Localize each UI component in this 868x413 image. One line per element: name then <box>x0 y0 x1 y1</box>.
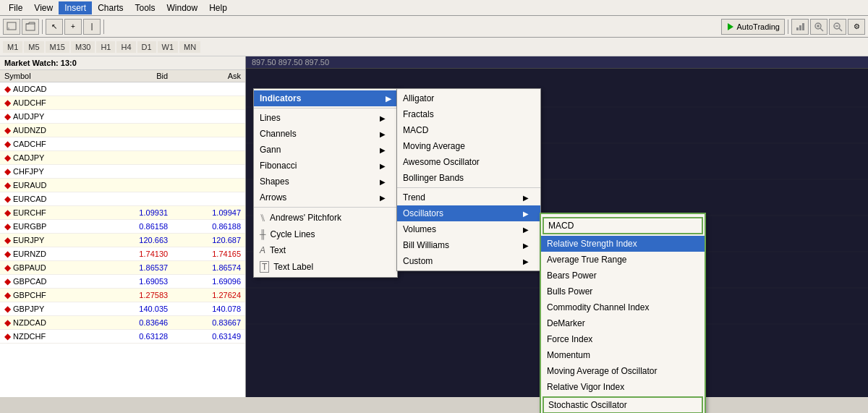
ask-cell: 1.09947 <box>172 206 245 220</box>
svg-rect-5 <box>799 25 801 30</box>
table-row[interactable]: ◆ CADCHF <box>0 137 245 151</box>
ask-cell: 1.27624 <box>172 289 245 302</box>
separator1 <box>42 20 43 34</box>
ask-cell <box>172 179 245 192</box>
bid-cell <box>99 137 172 151</box>
tf-mn[interactable]: MN <box>179 41 200 53</box>
menu-tools[interactable]: Tools <box>129 1 161 14</box>
tf-d1[interactable]: D1 <box>137 41 156 53</box>
line-btn[interactable]: | <box>83 19 101 35</box>
bid-cell: 140.035 <box>99 302 172 316</box>
symbol-cell: ◆ GBPCAD <box>0 275 99 289</box>
bid-cell: 1.69053 <box>99 275 172 289</box>
svg-line-12 <box>839 28 842 31</box>
ask-cell <box>172 151 245 165</box>
chart-type-btn[interactable] <box>791 19 809 35</box>
separator2 <box>103 20 104 34</box>
market-watch-table: Symbol Bid Ask ◆ AUDCAD ◆ AUDCHF <box>0 70 245 344</box>
crosshair-btn[interactable]: + <box>64 19 82 35</box>
tf-m15[interactable]: M15 <box>46 41 69 53</box>
properties-btn[interactable]: ⚙ <box>848 19 865 35</box>
table-row[interactable]: ◆ EURJPY 120.663 120.687 <box>0 234 245 247</box>
bid-cell: 120.663 <box>99 234 172 247</box>
menu-bar: File View Insert Charts Tools Window Hel… <box>0 0 868 16</box>
table-row[interactable]: ◆ CADJPY <box>0 151 245 165</box>
zoom-out-btn[interactable] <box>829 19 846 35</box>
bid-cell <box>99 124 172 137</box>
ask-cell: 1.74165 <box>172 247 245 261</box>
bid-cell <box>99 192 172 206</box>
table-row[interactable]: ◆ EURCAD <box>0 192 245 206</box>
table-row[interactable]: ◆ AUDCHF <box>0 96 245 110</box>
menu-charts[interactable]: Charts <box>92 1 129 14</box>
symbol-cell: ◆ CADJPY <box>0 151 99 165</box>
bid-cell: 1.86537 <box>99 261 172 275</box>
arrow-icon: ◆ <box>4 208 11 218</box>
symbol-cell: ◆ AUDNZD <box>0 124 99 137</box>
table-row[interactable]: ◆ CHFJPY <box>0 165 245 179</box>
col-bid: Bid <box>99 70 172 82</box>
arrow-icon: ◆ <box>4 249 11 259</box>
symbol-cell: ◆ CADCHF <box>0 137 99 151</box>
arrow-icon: ◆ <box>4 290 11 300</box>
table-row[interactable]: ◆ EURGBP 0.86158 0.86188 <box>0 220 245 234</box>
osc-stochastic-wrapper: Stochastic Oscillator <box>542 396 703 413</box>
arrow-icon: ◆ <box>4 139 11 149</box>
symbol-cell: ◆ GBPAUD <box>0 261 99 275</box>
table-row[interactable]: ◆ EURAUD <box>0 179 245 192</box>
zoom-in-btn[interactable] <box>810 19 827 35</box>
menu-help[interactable]: Help <box>203 1 233 14</box>
symbol-cell: ◆ EURCHF <box>0 206 99 220</box>
ask-cell: 0.83667 <box>172 316 245 330</box>
menu-insert[interactable]: Insert <box>59 1 92 14</box>
menu-view[interactable]: View <box>28 1 59 14</box>
symbol-cell: ◆ EURJPY <box>0 234 99 247</box>
table-row[interactable]: ◆ AUDNZD <box>0 124 245 137</box>
table-row[interactable]: ◆ AUDJPY <box>0 110 245 124</box>
ask-cell <box>172 192 245 206</box>
market-watch-header: Market Watch: 13:0 <box>0 56 245 70</box>
tf-m30[interactable]: M30 <box>71 41 95 53</box>
table-row[interactable]: ◆ GBPCHF 1.27583 1.27624 <box>0 289 245 302</box>
svg-rect-6 <box>802 23 804 30</box>
tf-m5[interactable]: M5 <box>24 41 43 53</box>
table-row[interactable]: ◆ NZDCAD 0.83646 0.83667 <box>0 316 245 330</box>
new-chart-btn[interactable] <box>3 19 20 35</box>
menu-window[interactable]: Window <box>161 1 204 14</box>
bid-cell: 1.27583 <box>99 289 172 302</box>
table-row[interactable]: ◆ EURCHF 1.09931 1.09947 <box>0 206 245 220</box>
osc-stochastic[interactable]: Stochastic Oscillator <box>544 398 702 412</box>
autotrading-btn[interactable]: AutoTrading <box>721 19 785 35</box>
col-ask: Ask <box>172 70 245 82</box>
arrow-icon: ◆ <box>4 98 11 108</box>
tf-w1[interactable]: W1 <box>158 41 179 53</box>
table-row[interactable]: ◆ EURNZD 1.74130 1.74165 <box>0 247 245 261</box>
arrow-icon: ◆ <box>4 153 11 163</box>
menu-file[interactable]: File <box>3 1 28 14</box>
table-row[interactable]: ◆ GBPCAD 1.69053 1.69096 <box>0 275 245 289</box>
arrow-icon: ◆ <box>4 125 11 135</box>
separator3 <box>788 20 788 34</box>
table-row[interactable]: ◆ GBPAUD 1.86537 1.86574 <box>0 261 245 275</box>
arrow-icon: ◆ <box>4 111 11 122</box>
tf-m1[interactable]: M1 <box>3 41 22 53</box>
arrow-icon: ◆ <box>4 194 11 204</box>
table-row[interactable]: ◆ AUDCAD <box>0 82 245 96</box>
arrow-icon: ◆ <box>4 180 11 190</box>
tf-h1[interactable]: H1 <box>96 41 115 53</box>
bid-cell: 1.74130 <box>99 247 172 261</box>
bid-cell <box>99 179 172 192</box>
cursor-btn[interactable]: ↖ <box>46 19 63 35</box>
main-content: Market Watch: 13:0 Symbol Bid Ask ◆ AUDC… <box>0 56 868 397</box>
bid-cell: 0.63128 <box>99 330 172 344</box>
ask-cell <box>172 96 245 110</box>
ask-cell <box>172 124 245 137</box>
ask-cell <box>172 110 245 124</box>
open-chart-btn[interactable] <box>22 19 39 35</box>
toolbar: ↖ + | AutoTrading ⚙ <box>0 16 868 38</box>
table-row[interactable]: ◆ GBPJPY 140.035 140.078 <box>0 302 245 316</box>
table-row[interactable]: ◆ NZDCHF 0.63128 0.63149 <box>0 330 245 344</box>
symbol-cell: ◆ GBPCHF <box>0 289 99 302</box>
tf-h4[interactable]: H4 <box>116 41 135 53</box>
symbol-cell: ◆ NZDCHF <box>0 330 99 344</box>
